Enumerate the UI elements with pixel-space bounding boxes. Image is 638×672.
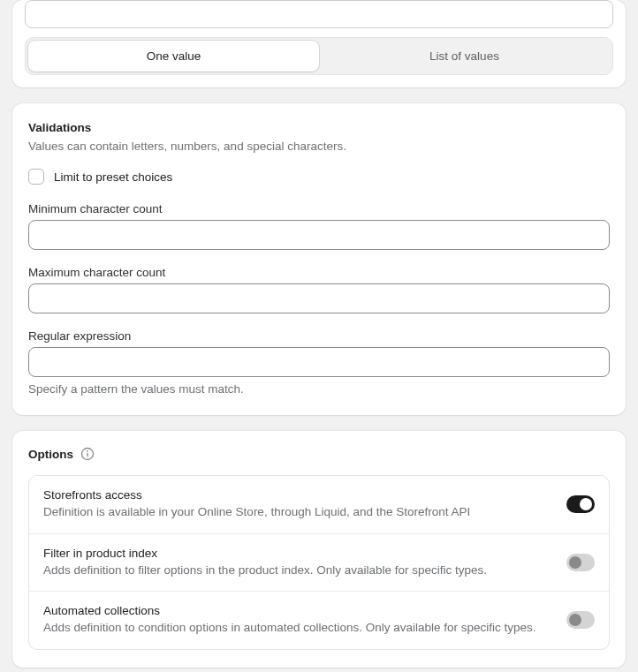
svg-point-1 [87, 450, 88, 452]
option-automated-collections: Automated collections Adds definition to… [29, 591, 609, 649]
segmented-one-value[interactable]: One value [28, 41, 319, 72]
options-header: Options [28, 447, 610, 461]
option-title: Automated collections [43, 604, 552, 617]
validations-description: Values can contain letters, numbers, and… [28, 140, 610, 153]
option-title: Filter in product index [43, 547, 552, 560]
svg-rect-2 [87, 453, 87, 457]
options-list: Storefronts access Definition is availab… [28, 475, 610, 650]
regex-label: Regular expression [28, 329, 610, 343]
limit-preset-row: Limit to preset choices [28, 169, 610, 185]
filter-product-index-toggle[interactable] [566, 554, 595, 571]
max-char-label: Maximum character count [28, 266, 610, 279]
validations-card: Validations Values can contain letters, … [12, 103, 626, 415]
limit-preset-checkbox[interactable] [28, 169, 44, 185]
option-text: Automated collections Adds definition to… [43, 604, 552, 637]
regex-input[interactable] [28, 347, 610, 377]
min-char-field: Minimum character count [28, 202, 610, 250]
validations-title: Validations [28, 121, 610, 134]
limit-preset-label: Limit to preset choices [54, 170, 172, 184]
option-description: Adds definition to filter options in the… [43, 562, 552, 579]
option-description: Definition is available in your Online S… [43, 503, 552, 521]
min-char-input[interactable] [28, 220, 610, 250]
regex-field: Regular expression Specify a pattern the… [28, 329, 610, 396]
value-type-card: One value List of values [12, 0, 626, 87]
storefronts-access-toggle[interactable] [566, 495, 595, 513]
info-icon[interactable] [80, 447, 95, 461]
regex-help: Specify a pattern the values must match. [28, 382, 610, 396]
automated-collections-toggle[interactable] [566, 611, 595, 629]
option-filter-product-index: Filter in product index Adds definition … [29, 533, 609, 592]
min-char-label: Minimum character count [28, 202, 610, 215]
option-description: Adds definition to condition options in … [43, 619, 552, 637]
max-char-field: Maximum character count [28, 266, 610, 313]
options-card: Options Storefronts access Definition is… [12, 431, 626, 668]
segmented-list-of-values[interactable]: List of values [319, 41, 610, 72]
max-char-input[interactable] [28, 283, 610, 313]
options-title: Options [28, 448, 73, 461]
value-mode-segmented: One value List of values [25, 37, 613, 75]
preceding-input-placeholder[interactable] [25, 0, 613, 28]
option-storefronts-access: Storefronts access Definition is availab… [29, 476, 609, 533]
option-text: Filter in product index Adds definition … [43, 547, 552, 579]
option-text: Storefronts access Definition is availab… [43, 488, 552, 521]
option-title: Storefronts access [43, 488, 552, 502]
